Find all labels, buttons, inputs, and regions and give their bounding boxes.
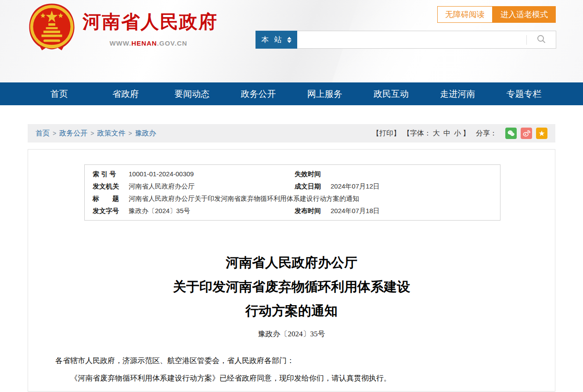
document-signature: 河南省人民政府办公厅 xyxy=(28,389,526,392)
search-button[interactable] xyxy=(527,31,556,48)
elder-mode-button[interactable]: 进入适老模式 xyxy=(493,6,556,23)
site-url-prefix: WWW. xyxy=(109,39,131,47)
search-scope-label: 本 站 xyxy=(261,35,284,45)
meta-docnum-label: 发文字号 xyxy=(93,206,129,216)
font-size-large[interactable]: 大 xyxy=(433,129,440,138)
meta-agency-value: 河南省人民政府办公厅 xyxy=(129,182,295,191)
site-url: WWW.HENAN.GOV.CN xyxy=(83,39,214,47)
site-header: 河南省人民政府 WWW.HENAN.GOV.CN 无障碍阅读 进入适老模式 本 … xyxy=(0,0,583,82)
font-size-medium[interactable]: 中 xyxy=(443,129,450,138)
document-number: 豫政办〔2024〕35号 xyxy=(28,329,555,339)
meta-title-value: 河南省人民政府办公厅关于印发河南省废弃物循环利用体系建设行动方案的通知 xyxy=(129,194,500,203)
document-card: 索 引 号 10001-01-2024-00309 失效时间 发文机关 河南省人… xyxy=(28,149,555,392)
font-label-prefix: 【字体： xyxy=(403,129,431,138)
meta-expire-label: 失效时间 xyxy=(295,169,331,179)
font-label-suffix: 】 xyxy=(463,129,470,138)
site-brand: 河南省人民政府 WWW.HENAN.GOV.CN xyxy=(83,3,214,47)
search-icon xyxy=(536,34,546,45)
site-title: 河南省人民政府 xyxy=(83,10,214,34)
font-size-small[interactable]: 小 xyxy=(454,129,461,138)
meta-written-label: 成文日期 xyxy=(295,182,331,191)
meta-row-docnum-publish: 发文字号 豫政办〔2024〕35号 发布时间 2024年07月18日 xyxy=(85,205,500,217)
meta-index-label: 索 引 号 xyxy=(93,169,129,179)
breadcrumb-bar: 首页 > 政务公开 > 政策文件 > 豫政办 【打印】 【字体： 大 中 小 】… xyxy=(28,124,555,143)
breadcrumb-home[interactable]: 首页 xyxy=(36,129,50,138)
meta-row-title: 标 题 河南省人民政府办公厅关于印发河南省废弃物循环利用体系建设行动方案的通知 xyxy=(85,192,500,205)
accessibility-reading-button[interactable]: 无障碍阅读 xyxy=(437,6,493,23)
document-paragraph-salutation: 各省辖市人民政府，济源示范区、航空港区管委会，省人民政府各部门： xyxy=(55,352,528,370)
main-navigation: 首页 省政府 要闻动态 政务公开 网上服务 政民互动 走进河南 专题专栏 xyxy=(0,82,583,105)
nav-item-disclosure[interactable]: 政务公开 xyxy=(225,82,292,105)
meta-expire-value xyxy=(331,169,500,179)
breadcrumb-disclosure[interactable]: 政务公开 xyxy=(59,129,87,138)
share-label: 分享： xyxy=(476,129,497,138)
meta-agency-label: 发文机关 xyxy=(93,182,129,191)
font-size-control: 【字体： 大 中 小 】 xyxy=(403,129,470,138)
site-search-bar: 本 站 xyxy=(256,31,556,49)
meta-row-index-expire: 索 引 号 10001-01-2024-00309 失效时间 xyxy=(85,168,500,180)
document-title-line-1: 河南省人民政府办公厅 xyxy=(28,250,555,274)
nav-item-about-henan[interactable]: 走进河南 xyxy=(425,82,491,105)
page-tools: 【打印】 【字体： 大 中 小 】 分享： ★ xyxy=(372,128,547,139)
meta-written-value: 2024年07月12日 xyxy=(331,182,500,191)
favorite-star-icon[interactable]: ★ xyxy=(536,128,547,139)
breadcrumb-separator: > xyxy=(53,130,56,137)
site-url-suffix: .GOV.CN xyxy=(157,39,187,47)
nav-item-home[interactable]: 首页 xyxy=(26,82,92,105)
weibo-share-icon[interactable] xyxy=(521,128,532,139)
print-button[interactable]: 【打印】 xyxy=(372,129,400,138)
site-logo[interactable]: 河南省人民政府 WWW.HENAN.GOV.CN xyxy=(27,3,214,52)
search-input[interactable] xyxy=(297,31,526,48)
nav-item-specials[interactable]: 专题专栏 xyxy=(491,82,557,105)
meta-row-agency-date: 发文机关 河南省人民政府办公厅 成文日期 2024年07月12日 xyxy=(85,180,500,192)
document-body: 各省辖市人民政府，济源示范区、航空港区管委会，省人民政府各部门： 《河南省废弃物… xyxy=(55,352,528,387)
meta-title-label: 标 题 xyxy=(93,194,129,203)
breadcrumb-yuzhengban[interactable]: 豫政办 xyxy=(135,129,156,138)
nav-item-services[interactable]: 网上服务 xyxy=(292,82,358,105)
document-paragraph-main: 《河南省废弃物循环利用体系建设行动方案》已经省政府同意，现印发给你们，请认真贯彻… xyxy=(55,370,528,387)
meta-index-value: 10001-01-2024-00309 xyxy=(129,169,295,179)
breadcrumb: 首页 > 政务公开 > 政策文件 > 豫政办 xyxy=(36,129,156,138)
site-url-highlight: HENAN xyxy=(131,39,157,47)
meta-publish-value: 2024年07月18日 xyxy=(331,206,500,216)
dropdown-arrows-icon xyxy=(287,37,292,43)
meta-publish-label: 发布时间 xyxy=(295,206,331,216)
document-title-line-2: 关于印发河南省废弃物循环利用体系建设 xyxy=(28,274,555,299)
wechat-share-icon[interactable] xyxy=(505,128,517,139)
search-scope-dropdown[interactable]: 本 站 xyxy=(256,31,297,49)
header-mode-buttons: 无障碍阅读 进入适老模式 xyxy=(437,6,556,23)
nav-item-government[interactable]: 省政府 xyxy=(92,82,158,105)
meta-docnum-value: 豫政办〔2024〕35号 xyxy=(129,206,295,216)
nav-item-interaction[interactable]: 政民互动 xyxy=(358,82,424,105)
document-title: 河南省人民政府办公厅 关于印发河南省废弃物循环利用体系建设 行动方案的通知 xyxy=(28,250,555,323)
breadcrumb-policy-files[interactable]: 政策文件 xyxy=(97,129,125,138)
breadcrumb-separator: > xyxy=(90,130,94,137)
national-emblem-icon xyxy=(27,3,76,52)
breadcrumb-separator: > xyxy=(128,130,132,137)
nav-item-news[interactable]: 要闻动态 xyxy=(159,82,225,105)
document-title-line-3: 行动方案的通知 xyxy=(28,299,555,323)
document-signature-block: 河南省人民政府办公厅 2024年7月12日 xyxy=(28,389,526,392)
document-meta-table: 索 引 号 10001-01-2024-00309 失效时间 发文机关 河南省人… xyxy=(84,164,500,221)
